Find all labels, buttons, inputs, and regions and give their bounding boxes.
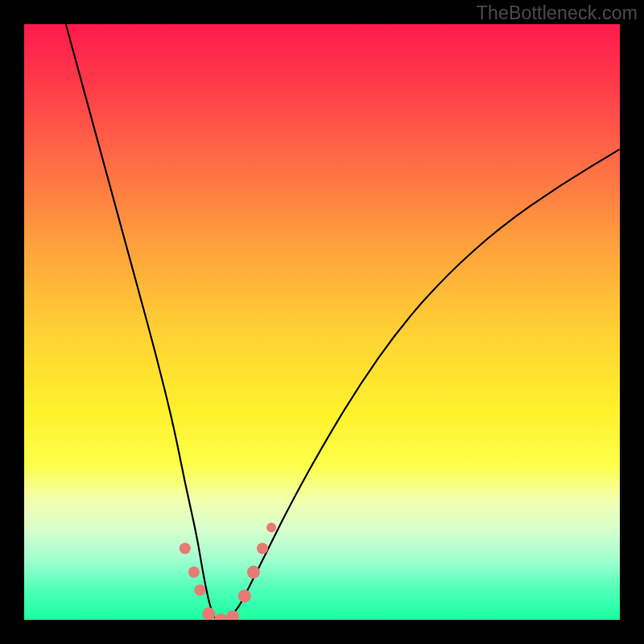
- bottleneck-curve: [66, 24, 620, 620]
- chart-frame: TheBottleneck.com: [0, 0, 644, 644]
- curve-markers: [180, 522, 276, 620]
- data-point: [247, 566, 260, 579]
- data-point: [214, 613, 227, 620]
- data-point: [194, 584, 205, 596]
- plot-area: [24, 24, 620, 620]
- curve-svg: [24, 24, 620, 620]
- data-point: [266, 522, 276, 532]
- data-point: [257, 543, 268, 554]
- data-point: [226, 610, 239, 620]
- data-point: [188, 567, 200, 578]
- data-point: [202, 608, 215, 620]
- watermark-text: TheBottleneck.com: [477, 2, 638, 24]
- data-point: [180, 543, 191, 554]
- data-point: [238, 589, 251, 602]
